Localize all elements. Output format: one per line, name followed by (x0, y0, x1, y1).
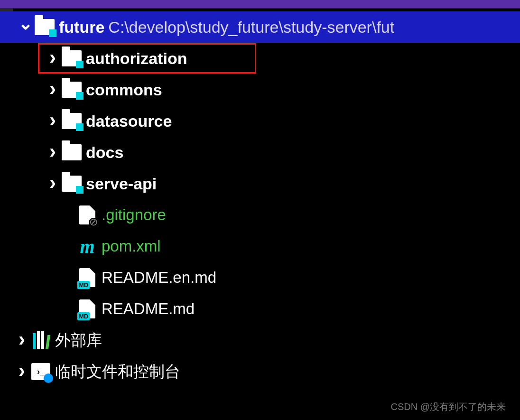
tree-item-label: authorization (86, 49, 187, 68)
root-path: C:\develop\study_future\study-server\fut (108, 18, 394, 37)
project-tree: future C:\develop\study_future\study-ser… (0, 9, 520, 387)
folder-module-icon (33, 17, 56, 37)
gitignore-file-icon (76, 205, 99, 225)
tree-scratches[interactable]: 临时文件和控制台 (0, 356, 520, 387)
tree-item-label: docs (86, 143, 123, 162)
folder-icon (60, 142, 83, 163)
folder-module-icon (60, 79, 83, 100)
tree-item-label: commons (86, 81, 162, 99)
library-icon (29, 330, 52, 351)
tree-item-label: 临时文件和控制台 (55, 361, 180, 383)
tree-item-commons[interactable]: commons (0, 74, 520, 105)
tree-file-readme[interactable]: README.md (0, 293, 520, 325)
tree-root[interactable]: future C:\develop\study_future\study-ser… (0, 11, 520, 43)
tree-item-label: serve-api (86, 175, 157, 193)
markdown-file-icon (76, 299, 99, 319)
tree-item-label: datasource (86, 112, 172, 131)
file-label: README.md (102, 300, 195, 318)
root-name: future (59, 18, 104, 37)
scratch-icon (29, 361, 52, 382)
tree-item-label: 外部库 (55, 330, 102, 351)
tree-item-datasource[interactable]: datasource (0, 105, 520, 137)
folder-module-icon (60, 48, 83, 69)
file-label: README.en.md (102, 269, 216, 287)
tree-item-docs[interactable]: docs (0, 137, 520, 168)
tree-file-gitignore[interactable]: .gitignore (0, 199, 520, 231)
tree-file-pom[interactable]: m pom.xml (0, 231, 520, 262)
tree-item-authorization[interactable]: authorization (0, 43, 520, 74)
tree-item-serve-api[interactable]: serve-api (0, 168, 520, 199)
file-label: .gitignore (102, 206, 166, 224)
file-label: pom.xml (102, 237, 161, 255)
tree-external-libs[interactable]: 外部库 (0, 325, 520, 356)
markdown-file-icon (76, 267, 99, 288)
title-bar (0, 0, 520, 9)
tree-file-readme-en[interactable]: README.en.md (0, 262, 520, 293)
watermark-text: CSDN @没有到不了的未来 (390, 401, 506, 413)
folder-module-icon (60, 111, 83, 131)
folder-module-icon (60, 173, 83, 194)
maven-file-icon: m (76, 236, 99, 257)
